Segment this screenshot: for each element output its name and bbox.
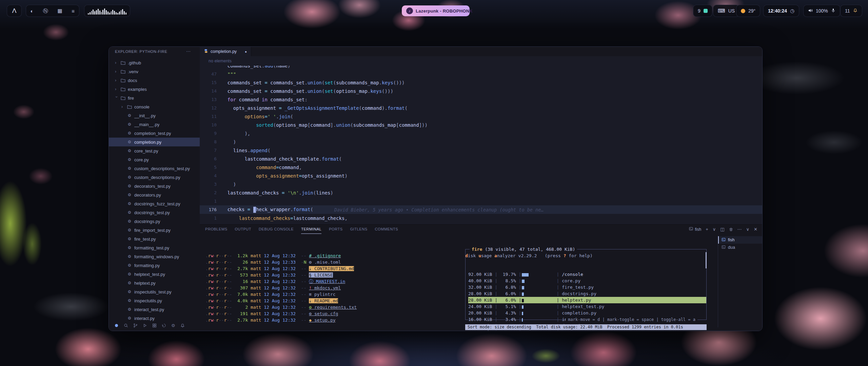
tree-item-docstrings.py[interactable]: ⚙docstrings.py bbox=[109, 217, 200, 226]
code-line: 8 ) bbox=[200, 138, 762, 146]
settings-icon[interactable]: ⚙ bbox=[171, 323, 175, 328]
dua-row-docstrings.py[interactable]: 28.00 KiB | 6.0% || docstrings.py bbox=[468, 290, 706, 297]
panel-tab-problems[interactable]: PROBLEMS bbox=[205, 225, 228, 234]
search-icon[interactable] bbox=[124, 323, 128, 328]
viz-bar bbox=[112, 10, 113, 15]
tree-item-formatting_test.py[interactable]: ⚙formatting_test.py bbox=[109, 243, 200, 252]
terminal-dua[interactable]: disk usage analyzer v2.29.2 (press ? for… bbox=[465, 240, 711, 329]
tree-item-helptext.py[interactable]: ⚙helptext.py bbox=[109, 279, 200, 287]
debug-icon[interactable] bbox=[143, 323, 147, 328]
more-actions-icon[interactable]: ⋯ bbox=[737, 227, 742, 232]
tree-item-fire[interactable]: ›fire bbox=[109, 94, 200, 102]
notifications-center-icon[interactable]: Ⓝ bbox=[43, 8, 48, 14]
file-label: custom_descriptions.py bbox=[134, 175, 180, 180]
audio-visualizer[interactable] bbox=[84, 5, 130, 17]
tree-item-custom_descriptions_test.py[interactable]: ⚙custom_descriptions_test.py bbox=[109, 164, 200, 173]
file-label: docs bbox=[128, 78, 137, 83]
dua-row-console[interactable]: 92.00 KiB | 19.7% || /console bbox=[468, 271, 706, 278]
profile-dropdown-icon[interactable]: ∨ bbox=[713, 227, 716, 232]
viz-bar bbox=[101, 12, 102, 15]
tree-item-inspectutils_test.py[interactable]: ⚙inspectutils_test.py bbox=[109, 287, 200, 296]
terminal-profile[interactable]: fish bbox=[689, 227, 701, 232]
line-number: 15 bbox=[200, 80, 217, 85]
tree-item-console[interactable]: ›console bbox=[109, 102, 200, 111]
usage-bar bbox=[521, 305, 557, 309]
line-number: 5 bbox=[200, 165, 217, 170]
dua-row-completion.py[interactable]: 20.00 KiB | 4.3% || completion.py bbox=[468, 310, 706, 316]
tree-item-docs[interactable]: ›docs bbox=[109, 76, 200, 85]
history-icon[interactable] bbox=[162, 323, 166, 328]
dua-row-fire_test.py[interactable]: 32.00 KiB | 6.8% || fire_test.py bbox=[468, 284, 706, 290]
folder-icon bbox=[120, 61, 126, 65]
usage-bar bbox=[521, 331, 557, 331]
dua-row-helptext_test.py[interactable]: 24.00 KiB | 5.1% || helptext_test.py bbox=[468, 303, 706, 310]
session-fish[interactable]: fish bbox=[718, 236, 762, 244]
keyboard-layout-widget[interactable]: ⌨ US bbox=[713, 5, 739, 17]
tree-item-inspectutils.py[interactable]: ⚙inspectutils.py bbox=[109, 296, 200, 305]
panel-tab-gitlens[interactable]: GITLENS bbox=[350, 225, 368, 234]
extensions-icon[interactable] bbox=[152, 323, 157, 328]
new-terminal-button[interactable]: + bbox=[706, 227, 708, 232]
source-control-icon[interactable] bbox=[133, 323, 138, 328]
tree-item-__main__.py[interactable]: ⚙__main__.py bbox=[109, 120, 200, 129]
code-editor[interactable]: commands_set.add(name)47 """15 commands_… bbox=[200, 66, 762, 224]
explorer-more-icon[interactable]: ⋯ bbox=[186, 47, 191, 56]
tree-item-completion_test.py[interactable]: ⚙completion_test.py bbox=[109, 129, 200, 138]
dua-row-helptext.py[interactable]: 28.00 KiB | 6.0% || helptext.py bbox=[468, 297, 706, 303]
python-file-icon: ⚙ bbox=[127, 148, 132, 153]
updates-widget[interactable]: 9 bbox=[693, 5, 712, 17]
split-terminal-icon[interactable]: ◫ bbox=[720, 227, 724, 232]
tree-item-.venv[interactable]: ›.venv bbox=[109, 67, 200, 76]
file-label: examples bbox=[128, 87, 147, 92]
media-widget[interactable]: ♪ Lazerpunk - ROBOPHONK bbox=[402, 5, 470, 16]
panel-tab-comments[interactable]: COMMENTS bbox=[375, 225, 398, 234]
tree-item-.github[interactable]: ›.github bbox=[109, 58, 200, 67]
dua-scrollbar[interactable] bbox=[706, 252, 707, 268]
tree-item-docstrings_fuzz_test.py[interactable]: ⚙docstrings_fuzz_test.py bbox=[109, 199, 200, 208]
weather-widget[interactable]: 29° bbox=[736, 5, 760, 17]
panel-tab-ports[interactable]: PORTS bbox=[329, 225, 342, 234]
clipboard-icon[interactable]: ≡ bbox=[72, 8, 75, 14]
dnd-icon[interactable]: ◐ bbox=[31, 8, 34, 14]
clock-widget[interactable]: 12:40:24 ◷ bbox=[763, 5, 799, 17]
activity-bar: ⚙ bbox=[114, 322, 185, 329]
file-label: .venv bbox=[128, 69, 138, 74]
remote-icon[interactable] bbox=[114, 323, 119, 328]
tree-item-decorators.py[interactable]: ⚙decorators.py bbox=[109, 190, 200, 199]
line-number: 11 bbox=[200, 114, 217, 119]
kill-terminal-icon[interactable] bbox=[729, 227, 733, 231]
dua-row-core.py[interactable]: 40.00 KiB | 8.5% || core.py bbox=[468, 278, 706, 284]
panel-tab-debug-console[interactable]: DEBUG CONSOLE bbox=[259, 225, 294, 234]
tree-item-helptext_test.py[interactable]: ⚙helptext_test.py bbox=[109, 270, 200, 279]
permissions: .rw-r--r-- bbox=[205, 260, 232, 265]
apps-grid-icon[interactable]: ▦ bbox=[57, 8, 62, 14]
tree-item-core.py[interactable]: ⚙core.py bbox=[109, 155, 200, 164]
file-row-MANIFEST.in: .rw-r--r-- 16 matt 12 Aug 12:32 -- ⓘ MAN… bbox=[205, 278, 458, 285]
keyboard-layout: US bbox=[728, 8, 735, 14]
panel-tab-output[interactable]: OUTPUT bbox=[235, 225, 252, 234]
modified-dot-icon[interactable]: ● bbox=[245, 50, 247, 54]
tree-item-formatting.py[interactable]: ⚙formatting.py bbox=[109, 261, 200, 270]
bell-icon[interactable] bbox=[180, 323, 185, 328]
tree-item-__init__.py[interactable]: ⚙__init__.py bbox=[109, 111, 200, 120]
close-panel-icon[interactable]: ✕ bbox=[754, 227, 757, 232]
breadcrumb[interactable]: no elements bbox=[200, 56, 762, 66]
panel-tab-terminal[interactable]: TERMINAL bbox=[301, 225, 321, 234]
panel-chevron-icon[interactable]: ∨ bbox=[746, 227, 750, 232]
tab-completion-py[interactable]: completion.py ● bbox=[200, 47, 251, 56]
tree-item-fire_test.py[interactable]: ⚙fire_test.py bbox=[109, 235, 200, 243]
tree-item-formatting_windows.py[interactable]: ⚙formatting_windows.py bbox=[109, 252, 200, 261]
tree-item-fire_import_test.py[interactable]: ⚙fire_import_test.py bbox=[109, 226, 200, 235]
tree-item-core_test.py[interactable]: ⚙core_test.py bbox=[109, 146, 200, 155]
tree-item-interact_test.py[interactable]: ⚙interact_test.py bbox=[109, 305, 200, 314]
terminal-fish[interactable]: .rw-r--r-- 1.2k matt 12 Aug 12:32 -- # .… bbox=[205, 240, 458, 329]
tree-item-custom_descriptions.py[interactable]: ⚙custom_descriptions.py bbox=[109, 173, 200, 182]
session-dua[interactable]: dua bbox=[718, 244, 762, 251]
launcher-button[interactable]: Λ bbox=[7, 5, 22, 17]
tree-item-completion.py[interactable]: ⚙completion.py bbox=[109, 138, 200, 146]
volume-widget[interactable]: 100% bbox=[803, 5, 840, 17]
tree-item-examples[interactable]: ›examples bbox=[109, 85, 200, 94]
notifications-widget[interactable]: 11 bbox=[840, 5, 862, 17]
tree-item-decorators_test.py[interactable]: ⚙decorators_test.py bbox=[109, 182, 200, 190]
tree-item-docstrings_test.py[interactable]: ⚙docstrings_test.py bbox=[109, 208, 200, 217]
